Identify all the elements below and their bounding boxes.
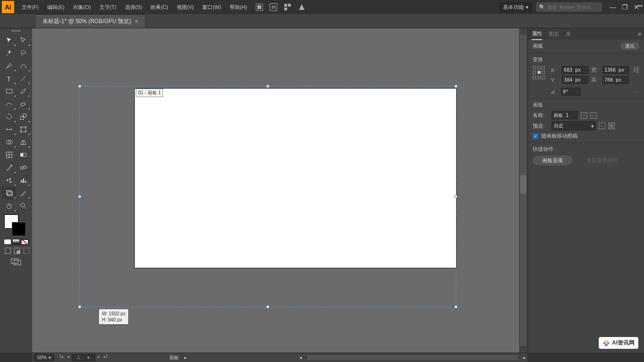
rectangle-tool[interactable] [2,85,16,97]
eyedropper-tool[interactable] [2,161,16,173]
stroke-swatch[interactable] [12,222,26,236]
menu-help[interactable]: 帮助(H) [230,4,247,11]
gradient-icon[interactable] [12,239,20,245]
nav-first-icon[interactable]: I◂ [58,354,65,361]
gradient-tool[interactable] [16,148,30,161]
selection-tool[interactable] [2,34,16,46]
selection-handle[interactable] [266,305,269,308]
status-menu-icon[interactable]: ▸ [184,355,187,360]
selection-handle[interactable] [454,305,457,308]
symbol-sprayer-tool[interactable] [2,174,16,186]
shaper-tool[interactable] [2,98,16,110]
input-y[interactable] [562,76,588,84]
blend-tool[interactable] [16,161,30,173]
input-height[interactable] [603,76,629,84]
menu-object[interactable]: 对象(O) [73,4,91,11]
menu-type[interactable]: 文字(T) [99,4,116,11]
input-x[interactable] [562,66,588,74]
stock-icon[interactable]: St [270,3,277,11]
panel-menu-icon[interactable]: ≡ [638,31,641,37]
lasso-tool[interactable] [16,47,30,59]
draw-behind-icon[interactable] [14,247,21,254]
eraser-tool[interactable] [16,98,30,110]
menu-edit[interactable]: 编辑(E) [47,4,65,11]
draw-inside-icon[interactable] [23,247,30,254]
shape-builder-tool[interactable] [2,136,16,148]
scroll-thumb[interactable] [520,175,527,194]
stock-search[interactable]: 🔍 [536,2,602,12]
artboard-name-input[interactable] [552,111,578,119]
gpu-icon[interactable] [298,3,305,11]
selection-handle[interactable] [78,195,81,198]
artboard-number-field[interactable]: 1▾ [72,354,96,361]
delete-artboard-icon[interactable]: 🗑 [608,123,615,129]
selection-bounds[interactable] [79,86,456,307]
selection-handle[interactable] [454,85,457,88]
rotate-tool[interactable] [2,110,16,123]
selection-handle[interactable] [454,195,457,198]
mesh-tool[interactable] [2,148,16,161]
horizontal-scrollbar[interactable] [307,355,518,360]
tab-layers[interactable]: 图层 [549,31,559,38]
panel-grip-icon[interactable] [11,30,21,32]
vertical-scrollbar[interactable] [519,28,528,353]
more-options-icon[interactable]: ⋯ [634,89,639,95]
perspective-tool[interactable] [16,136,30,148]
hscroll-right-icon[interactable]: ▸ [523,355,526,360]
line-tool[interactable] [16,72,30,84]
orientation-portrait-icon[interactable]: ▯ [581,112,587,119]
close-tab-icon[interactable]: × [135,18,138,24]
graph-tool[interactable] [16,174,30,186]
artboard-options-button[interactable]: 画板选项 [533,156,572,165]
new-artboard-icon[interactable]: ＋ [599,123,605,129]
input-width[interactable] [603,66,629,74]
scale-tool[interactable] [16,110,30,123]
hscroll-left-icon[interactable]: ◂ [299,355,302,360]
artboard-tool[interactable] [2,187,16,199]
slice-tool[interactable] [16,187,30,199]
zoom-field[interactable]: 50%▾ [34,354,54,361]
type-tool[interactable]: T [2,72,16,84]
free-transform-tool[interactable] [16,123,30,135]
preset-select[interactable]: 自定▾ [552,121,596,131]
menu-view[interactable]: 视图(V) [177,4,194,11]
restore-button[interactable]: ❐ [622,3,628,11]
zoom-tool[interactable] [16,199,30,212]
link-wh-icon[interactable]: ⛓ [633,66,639,74]
magic-wand-tool[interactable] [2,47,16,59]
canvas[interactable]: 01 - 画板 1 W: 1602 px H: 940 px [32,28,528,353]
exit-button[interactable]: 退出 [620,42,639,50]
bridge-icon[interactable] [256,3,263,11]
hand-tool[interactable] [2,199,16,212]
minimize-button[interactable]: — [610,3,616,11]
menu-select[interactable]: 选择(S) [125,4,142,11]
orientation-landscape-icon[interactable]: ▭ [590,112,597,119]
selection-handle[interactable] [78,305,81,308]
tab-properties[interactable]: 属性 [532,30,542,40]
solid-color-icon[interactable] [4,239,11,245]
menu-file[interactable]: 文件(F) [22,4,39,11]
none-color-icon[interactable] [21,239,28,245]
reference-point-icon[interactable] [533,66,546,80]
tab-libraries[interactable]: 库 [566,31,571,38]
curvature-tool[interactable] [16,59,30,72]
nav-next-icon[interactable]: ▸ [96,354,101,361]
draw-normal-icon[interactable] [5,247,12,254]
stock-search-input[interactable] [547,5,599,10]
move-with-artboard-checkbox[interactable]: ✓ 随画板移动图稿 [533,132,639,140]
direct-selection-tool[interactable] [16,34,30,46]
menu-window[interactable]: 窗口(W) [202,4,221,11]
document-tab[interactable]: 未标题-1* @ 50% (RGB/GPU 预览) × [36,14,145,28]
selection-handle[interactable] [78,85,81,88]
selection-handle[interactable] [266,85,269,88]
panel-collapse-icon[interactable]: ▸▸ [638,3,643,8]
arrange-icon[interactable] [284,3,291,11]
paintbrush-tool[interactable] [16,85,30,97]
workspace-selector[interactable]: 基本功能 ▾ [499,2,532,13]
nav-prev-icon[interactable]: ◂ [66,354,71,361]
nav-last-icon[interactable]: ▸I [102,354,109,361]
menu-effect[interactable]: 效果(C) [150,4,168,11]
screen-mode-button[interactable] [10,258,22,266]
pen-tool[interactable] [2,59,16,72]
color-swatches[interactable] [2,214,30,237]
